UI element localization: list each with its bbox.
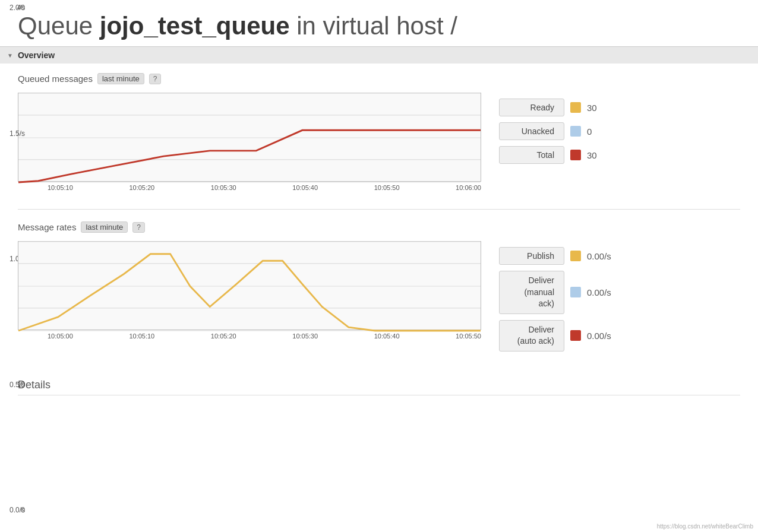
queued-messages-title-row: Queued messages last minute ? — [18, 73, 740, 84]
queued-messages-chart-container: 40 30 20 10 0 — [18, 93, 481, 191]
legend-publish-value: 0.00/s — [587, 251, 617, 261]
details-section: Details — [0, 379, 758, 407]
queued-messages-chart — [18, 93, 481, 182]
queued-messages-section: Queued messages last minute ? 40 30 20 1… — [18, 73, 740, 191]
legend-publish-color — [570, 251, 581, 261]
legend-total-label: Total — [499, 146, 564, 164]
legend-ready-color — [570, 102, 581, 113]
legend-deliver-manual-color — [570, 287, 581, 297]
message-rates-chart — [18, 242, 481, 331]
message-rates-title-row: Message rates last minute ? — [18, 221, 740, 233]
message-rates-help[interactable]: ? — [132, 222, 145, 233]
queued-messages-help[interactable]: ? — [149, 74, 162, 84]
page-title: Queue jojo_test_queue in virtual host / — [0, 0, 758, 46]
queued-messages-legend: Ready 30 Unacked 0 Total 30 — [499, 93, 630, 164]
legend-deliver-manual-label: Deliver(manualack) — [499, 271, 564, 314]
legend-deliver-auto-value: 0.00/s — [587, 331, 617, 341]
message-rates-legend: Publish 0.00/s Deliver(manualack) 0.00/s… — [499, 241, 630, 352]
message-rates-timerange[interactable]: last minute — [81, 221, 128, 233]
legend-total: Total 30 — [499, 146, 630, 164]
queued-messages-chart-row: 40 30 20 10 0 — [18, 93, 740, 191]
message-rates-yaxis: 2.0/s 1.5/s 1.0/s 0.5/s 0.0/s — [0, 0, 27, 407]
legend-ready-label: Ready — [499, 99, 564, 116]
legend-publish-label: Publish — [499, 247, 564, 265]
legend-total-value: 30 — [587, 150, 617, 160]
queued-messages-xaxis: 10:05:10 10:05:20 10:05:30 10:05:40 10:0… — [48, 182, 481, 191]
details-title: Details — [18, 379, 740, 395]
legend-unacked-color — [570, 126, 581, 137]
legend-unacked: Unacked 0 — [499, 122, 630, 140]
legend-unacked-value: 0 — [587, 126, 617, 137]
legend-publish: Publish 0.00/s — [499, 247, 630, 265]
queue-name: jojo_test_queue — [100, 12, 290, 40]
message-rates-chart-container: 2.0/s 1.5/s 1.0/s 0.5/s 0.0/s — [18, 241, 481, 340]
divider-1 — [18, 209, 740, 210]
legend-ready: Ready 30 — [499, 99, 630, 116]
overview-header[interactable]: ▼ Overview — [0, 46, 758, 64]
legend-deliver-manual-value: 0.00/s — [587, 287, 617, 297]
legend-deliver-auto-color — [570, 330, 581, 341]
legend-total-color — [570, 150, 581, 160]
queued-messages-timerange[interactable]: last minute — [97, 73, 144, 84]
queued-messages-label: Queued messages — [18, 74, 93, 84]
legend-ready-value: 30 — [587, 103, 617, 113]
message-rates-chart-row: 2.0/s 1.5/s 1.0/s 0.5/s 0.0/s — [18, 241, 740, 352]
legend-deliver-auto-label: Deliver(auto ack) — [499, 320, 564, 352]
legend-deliver-manual: Deliver(manualack) 0.00/s — [499, 271, 630, 314]
legend-unacked-label: Unacked — [499, 122, 564, 140]
overview-content: Queued messages last minute ? 40 30 20 1… — [0, 64, 758, 379]
message-rates-section: Message rates last minute ? 2.0/s 1.5/s … — [18, 221, 740, 352]
legend-deliver-auto: Deliver(auto ack) 0.00/s — [499, 320, 630, 352]
